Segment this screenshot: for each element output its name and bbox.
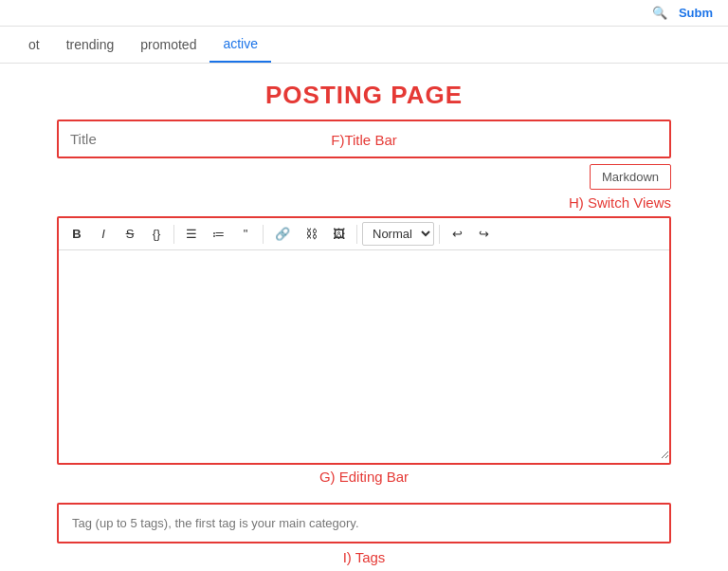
code-btn[interactable]: {} <box>144 223 169 245</box>
title-bar-wrapper: F)Title Bar <box>57 120 671 158</box>
strikethrough-btn[interactable]: S <box>118 223 142 245</box>
switch-views-annotation: H) Switch Views <box>569 194 671 211</box>
submit-link[interactable]: Subm <box>679 6 713 20</box>
nav-item-promoted[interactable]: promoted <box>127 28 209 62</box>
unordered-list-btn[interactable]: ☰ <box>179 223 204 245</box>
separator-2 <box>263 225 264 244</box>
bold-btn[interactable]: B <box>64 223 89 245</box>
top-bar: 🔍 Subm <box>0 0 728 27</box>
tags-input-wrapper <box>57 503 671 543</box>
blockquote-btn[interactable]: " <box>233 223 258 245</box>
toolbar: B I S {} ☰ ≔ " 🔗 ⛓ 🖼 Normal H1 H2 H3 H4 <box>59 218 669 250</box>
heading-select[interactable]: Normal H1 H2 H3 H4 <box>362 222 434 246</box>
tags-annotation: I) Tags <box>57 549 671 566</box>
markdown-button[interactable]: Markdown <box>590 164 671 190</box>
tags-wrapper: I) Tags <box>57 503 671 566</box>
page-title: POSTING PAGE <box>0 64 728 120</box>
ordered-list-btn[interactable]: ≔ <box>206 223 231 245</box>
nav-bar: ot trending promoted active <box>0 27 728 64</box>
main-content: F)Title Bar Markdown H) Switch Views B I… <box>0 120 728 571</box>
italic-btn[interactable]: I <box>91 223 116 245</box>
tags-input[interactable] <box>59 505 669 542</box>
editing-section: B I S {} ☰ ≔ " 🔗 ⛓ 🖼 Normal H1 H2 H3 H4 <box>57 216 671 489</box>
separator-1 <box>173 225 174 244</box>
separator-4 <box>439 225 440 244</box>
search-icon[interactable]: 🔍 <box>652 6 667 20</box>
separator-3 <box>356 225 357 244</box>
unlink-btn[interactable]: ⛓ <box>299 223 324 245</box>
editor-textarea[interactable] <box>59 250 669 459</box>
editing-bar-annotation: G) Editing Bar <box>57 465 671 489</box>
link-btn[interactable]: 🔗 <box>268 223 297 245</box>
editing-bar: B I S {} ☰ ≔ " 🔗 ⛓ 🖼 Normal H1 H2 H3 H4 <box>57 216 671 465</box>
image-btn[interactable]: 🖼 <box>326 223 352 245</box>
nav-item-ot[interactable]: ot <box>15 28 53 62</box>
title-input[interactable] <box>59 121 669 157</box>
switch-views-wrapper: Markdown H) Switch Views <box>57 164 671 190</box>
nav-item-active[interactable]: active <box>209 27 271 63</box>
title-input-wrapper <box>57 120 671 158</box>
redo-btn[interactable]: ↪ <box>471 223 496 245</box>
undo-btn[interactable]: ↩ <box>445 223 469 245</box>
nav-item-trending[interactable]: trending <box>53 28 128 62</box>
